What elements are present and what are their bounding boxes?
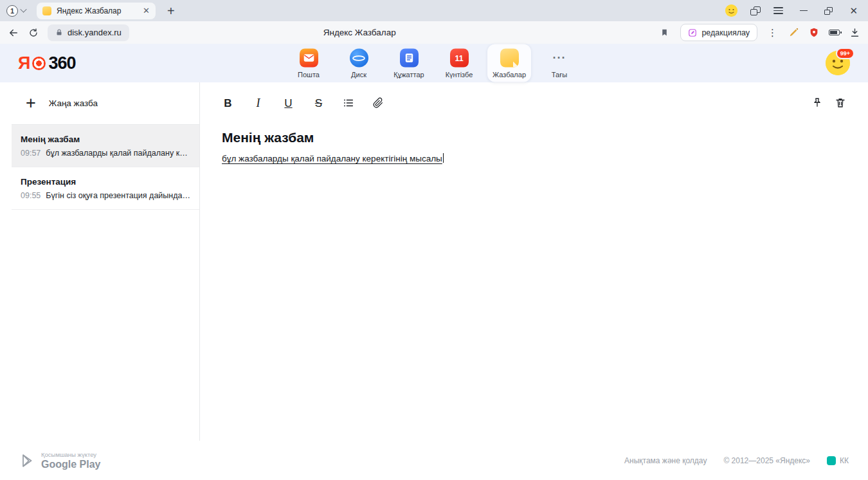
support-link[interactable]: Анықтама және қолдау	[624, 456, 707, 465]
note-body[interactable]: бұл жазбаларды қалай пайдалану керектігі…	[222, 153, 846, 163]
documents-icon	[400, 49, 419, 68]
note-editor: B I U S Менің жаз	[200, 82, 868, 441]
tab-close-icon[interactable]: ✕	[143, 6, 150, 15]
app-disk[interactable]: Диск	[337, 44, 381, 82]
maximize-button[interactable]	[824, 7, 833, 15]
notes-favicon-icon	[42, 6, 51, 15]
close-window-button[interactable]: ✕	[849, 6, 858, 15]
tab-count-icon: 1	[6, 5, 18, 17]
note-item-time: 09:57	[21, 149, 41, 158]
pin-icon	[811, 97, 823, 109]
back-button[interactable]	[8, 27, 19, 39]
profile-avatar-icon[interactable]	[725, 5, 737, 17]
page-footer: Қосымшаны жүктеу Google Play Анықтама жә…	[0, 441, 868, 480]
app-more-label: Тағы	[552, 71, 567, 78]
main-content: + Жаңа жазба Менің жазбам 09:57 бұл жазб…	[0, 82, 868, 441]
calendar-icon: 11	[450, 49, 469, 68]
logo-ya: Я	[18, 53, 30, 73]
edit-badge-icon	[688, 28, 697, 37]
browser-tab[interactable]: Яндекс Жазбалар ✕	[37, 3, 156, 19]
formatting-toolbar: B I U S	[222, 82, 846, 124]
note-item-preview: бұл жазбаларды қалай пайдалану ке…	[46, 149, 190, 158]
note-title[interactable]: Менің жазбам	[222, 130, 846, 145]
downloads-button[interactable]	[849, 27, 860, 38]
app-notes[interactable]: Жазбалар	[487, 44, 531, 82]
edit-mode-button[interactable]: редакциялау	[680, 24, 757, 41]
notification-badge: 99+	[836, 48, 854, 59]
app-calendar[interactable]: 11 Күнтізбе	[437, 44, 481, 82]
new-tab-button[interactable]: +	[167, 5, 175, 17]
paperclip-icon	[372, 97, 384, 109]
lock-icon	[55, 28, 63, 37]
language-icon	[827, 456, 836, 465]
yandex360-logo[interactable]: Я 360	[18, 53, 75, 73]
strikethrough-button[interactable]: S	[312, 98, 325, 109]
google-play-label: Google Play	[41, 459, 100, 470]
app-switcher: Пошта Диск Құжаттар 11 Күнтізбе Жазба	[287, 44, 581, 82]
app-calendar-label: Күнтізбе	[446, 71, 473, 78]
delete-note-button[interactable]	[835, 97, 846, 109]
bookmark-icon	[660, 28, 669, 37]
text-caret	[443, 153, 444, 163]
app-disk-label: Диск	[351, 71, 366, 78]
address-toolbar: disk.yandex.ru Яндекс Жазбалар редакциял…	[0, 21, 868, 44]
google-play-text: Қосымшаны жүктеу Google Play	[41, 451, 100, 470]
language-switcher[interactable]: КК	[827, 456, 849, 465]
note-body-text: бұл жазбаларды қалай пайдалану керектігі…	[222, 154, 442, 163]
tab-counter[interactable]: 1	[6, 5, 26, 17]
logo-ring-icon	[32, 57, 46, 70]
yandex360-header: Я 360 Пошта Диск Құжаттар	[0, 44, 868, 82]
url-chip[interactable]: disk.yandex.ru	[48, 24, 129, 41]
language-code: КК	[840, 456, 849, 465]
note-item-title: Менің жазбам	[21, 134, 190, 144]
refresh-icon	[28, 28, 39, 38]
note-list-item-1[interactable]: Менің жазбам 09:57 бұл жазбаларды қалай …	[12, 125, 199, 167]
minimize-button[interactable]	[800, 10, 808, 12]
italic-button[interactable]: I	[252, 97, 264, 109]
editor-actions	[811, 97, 846, 109]
bold-button[interactable]: B	[222, 98, 234, 109]
trash-icon	[835, 97, 846, 109]
chevron-down-icon	[20, 6, 26, 12]
bullet-list-icon	[343, 97, 354, 109]
extension-icons	[788, 27, 860, 38]
protect-extension-icon[interactable]	[809, 27, 819, 38]
tab-panels-icon[interactable]	[750, 6, 761, 15]
more-options-icon[interactable]: ⋮	[766, 27, 779, 39]
note-item-meta: 09:57 бұл жазбаларды қалай пайдалану ке…	[21, 149, 190, 158]
note-item-preview: Бүгін сіз оқуға презентация дайында…	[46, 191, 190, 200]
shield-icon	[809, 27, 819, 38]
app-more[interactable]: ··· Тағы	[538, 44, 581, 82]
account-avatar[interactable]: 99+	[826, 51, 850, 75]
google-play-link[interactable]: Қосымшаны жүктеу Google Play	[19, 451, 100, 470]
tab-title: Яндекс Жазбалар	[57, 6, 138, 15]
mail-icon	[300, 49, 318, 68]
app-mail[interactable]: Пошта	[287, 44, 330, 82]
omnibox[interactable]: disk.yandex.ru Яндекс Жазбалар	[48, 24, 671, 41]
browser-menu-icon[interactable]	[773, 7, 783, 14]
bookmark-button[interactable]	[660, 28, 669, 37]
back-arrow-icon	[8, 27, 19, 39]
disk-icon	[350, 49, 368, 68]
app-docs[interactable]: Құжаттар	[387, 44, 431, 82]
note-item-title: Презентация	[21, 177, 190, 187]
google-play-icon	[19, 453, 35, 468]
download-icon	[849, 27, 860, 38]
note-list-item-2[interactable]: Презентация 09:55 Бүгін сіз оқуға презен…	[12, 167, 199, 210]
note-item-meta: 09:55 Бүгін сіз оқуға презентация дайынд…	[21, 191, 190, 200]
attach-file-button[interactable]	[372, 97, 384, 109]
app-docs-label: Құжаттар	[393, 71, 424, 78]
more-apps-icon: ···	[550, 49, 569, 68]
edit-mode-label: редакциялау	[701, 28, 750, 37]
bullet-list-button[interactable]	[343, 97, 354, 109]
app-notes-label: Жазбалар	[493, 71, 526, 78]
browser-window: 1 Яндекс Жазбалар ✕ + ✕	[0, 0, 868, 480]
refresh-button[interactable]	[28, 28, 39, 38]
calendar-date-badge: 11	[455, 53, 463, 62]
new-note-button[interactable]: + Жаңа жазба	[12, 82, 199, 125]
battery-icon[interactable]	[829, 30, 840, 35]
underline-button[interactable]: U	[282, 98, 294, 109]
pin-note-button[interactable]	[811, 97, 823, 109]
smiley-face-icon	[725, 5, 737, 17]
pencil-extension-icon[interactable]	[788, 27, 799, 38]
